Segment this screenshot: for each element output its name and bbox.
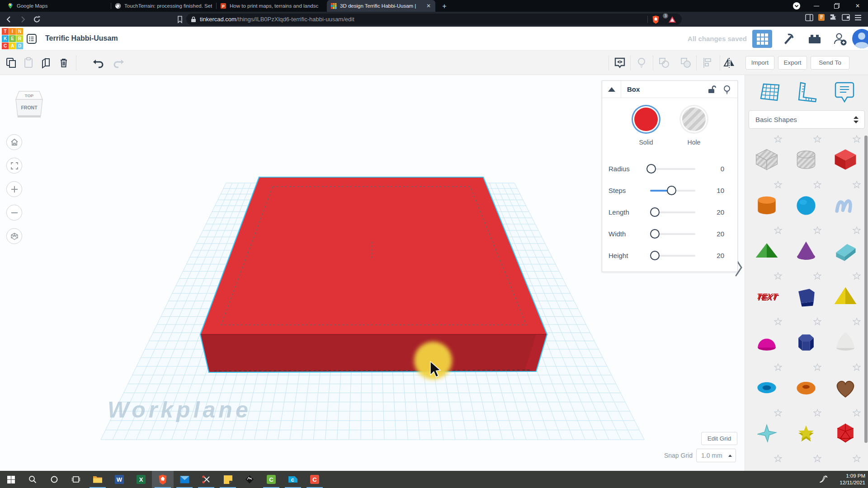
favorite-star-icon[interactable]: [774, 135, 782, 143]
shape-item-box-hole[interactable]: [747, 133, 786, 178]
favorite-star-icon[interactable]: [813, 135, 821, 143]
view-cube-top-label[interactable]: TOP: [25, 93, 34, 98]
import-button[interactable]: Import: [745, 56, 774, 70]
brave-button[interactable]: [152, 471, 174, 488]
shape-item-heart[interactable]: [826, 361, 865, 407]
export-button[interactable]: Export: [778, 56, 807, 70]
notes-tool-button[interactable]: [833, 80, 856, 104]
favorite-star-icon[interactable]: [813, 363, 821, 371]
back-button[interactable]: [5, 15, 14, 24]
camtasia-recorder-button[interactable]: C: [304, 471, 326, 488]
design-title[interactable]: Terrific Habbi-Uusam: [45, 34, 118, 42]
zoom-out-button[interactable]: [6, 205, 22, 221]
lego-export-button[interactable]: [805, 30, 825, 48]
tab-howto-print[interactable]: P How to print maps, terrains and landsc: [217, 0, 326, 12]
menu-icon[interactable]: [854, 14, 862, 21]
avatar[interactable]: [852, 29, 868, 48]
shape-item-torus[interactable]: [786, 361, 826, 407]
favorite-star-icon[interactable]: [853, 363, 861, 371]
light-button[interactable]: [636, 57, 647, 69]
sidebar-icon[interactable]: [805, 14, 813, 21]
camtasia-button[interactable]: C: [260, 471, 282, 488]
excel-button[interactable]: X: [130, 471, 152, 488]
shape-item-scribble[interactable]: [826, 178, 865, 224]
snipping-tool-button[interactable]: [195, 471, 217, 488]
cortana-button[interactable]: [43, 471, 65, 488]
ruler-tool-button[interactable]: [796, 80, 819, 104]
shape-item-pyramid[interactable]: [826, 270, 865, 315]
shape-item-wedge[interactable]: [826, 224, 865, 270]
view-cube[interactable]: TOP FRONT: [16, 91, 42, 117]
ungroup-button[interactable]: [680, 57, 692, 69]
reload-button[interactable]: [33, 15, 42, 24]
favorite-star-icon[interactable]: [813, 318, 821, 325]
view-cube-front-label[interactable]: FRONT: [21, 105, 38, 110]
copy-button[interactable]: [5, 57, 17, 69]
shape-item-half-sphere[interactable]: [747, 315, 786, 361]
radius-slider-knob[interactable]: [646, 164, 656, 174]
shape-item-shape[interactable]: [826, 452, 865, 471]
tab-search-button[interactable]: [787, 0, 807, 12]
hole-material-option[interactable]: [682, 108, 706, 131]
favorite-star-icon[interactable]: [853, 318, 861, 325]
wallet-icon[interactable]: [842, 14, 850, 21]
favorite-star-icon[interactable]: [813, 409, 821, 417]
word-button[interactable]: W: [108, 471, 130, 488]
paste-button[interactable]: [23, 57, 34, 69]
zoom-in-button[interactable]: [6, 181, 22, 197]
shape-item-star[interactable]: [747, 407, 786, 452]
brave-shield-icon[interactable]: [652, 15, 660, 24]
shape-item-paraboloid[interactable]: [826, 315, 865, 361]
favorite-star-icon[interactable]: [774, 318, 782, 325]
start-button[interactable]: [0, 471, 22, 488]
sticky-notes-button[interactable]: [217, 471, 239, 488]
design-properties-icon[interactable]: [26, 33, 37, 44]
perspective-toggle-button[interactable]: [6, 228, 22, 244]
shape-item-icosahedron[interactable]: [826, 407, 865, 452]
favorite-star-icon[interactable]: [774, 455, 782, 462]
tab-tinkercad-active[interactable]: 3D design Terrific Habbi-Uusam | ✕: [327, 0, 435, 12]
shape-item-cylinder[interactable]: [747, 178, 786, 224]
file-explorer-button[interactable]: [87, 471, 108, 488]
window-close-button[interactable]: ✕: [847, 0, 868, 12]
slider-value[interactable]: 10: [703, 187, 724, 194]
radius-slider[interactable]: [650, 168, 695, 170]
forward-button[interactable]: [18, 15, 27, 24]
favorite-star-icon[interactable]: [774, 409, 782, 417]
task-view-button[interactable]: [65, 471, 87, 488]
favorite-star-icon[interactable]: [774, 181, 782, 188]
fit-view-button[interactable]: [6, 158, 22, 174]
favorite-star-icon[interactable]: [774, 363, 782, 371]
brave-rewards-icon[interactable]: [668, 16, 676, 23]
width-slider-knob[interactable]: [650, 229, 660, 239]
tab-touchterrain[interactable]: TouchTerrain: processing finished. Setti: [111, 0, 216, 12]
undo-button[interactable]: [92, 57, 104, 69]
windows-ink-button[interactable]: [819, 475, 828, 484]
shape-item-shape[interactable]: [747, 452, 786, 471]
extensions-icon[interactable]: [830, 14, 837, 21]
redo-button[interactable]: [113, 57, 125, 69]
delete-button[interactable]: [58, 57, 70, 69]
mail-button[interactable]: [174, 471, 195, 488]
taskbar-search-button[interactable]: [22, 471, 43, 488]
steps-slider-knob[interactable]: [667, 186, 676, 195]
shape-item-polygon[interactable]: [786, 270, 826, 315]
favorite-star-icon[interactable]: [853, 226, 861, 234]
shapes-scrollbar[interactable]: [864, 136, 868, 443]
tab-close-icon[interactable]: ✕: [425, 3, 432, 9]
snap-grid-select[interactable]: 1.0 mm: [696, 449, 736, 462]
tinkercad-logo[interactable]: TINKERCAD: [2, 28, 23, 49]
slider-value[interactable]: 20: [703, 230, 724, 238]
height-slider-knob[interactable]: [650, 251, 660, 260]
workplane-tool-button[interactable]: [759, 80, 782, 104]
duplicate-button[interactable]: [41, 57, 52, 69]
length-slider-knob[interactable]: [650, 207, 660, 217]
edit-grid-button[interactable]: Edit Grid: [701, 432, 737, 445]
favorite-star-icon[interactable]: [853, 272, 861, 280]
url-field[interactable]: tinkercad.com/things/ILB0PzXlqd6-terrifi…: [186, 14, 682, 25]
shape-item-prism[interactable]: [786, 315, 826, 361]
align-button[interactable]: [702, 57, 713, 69]
group-button[interactable]: [658, 57, 670, 69]
favorite-star-icon[interactable]: [813, 455, 821, 462]
visibility-toggle-button[interactable]: [722, 84, 732, 94]
